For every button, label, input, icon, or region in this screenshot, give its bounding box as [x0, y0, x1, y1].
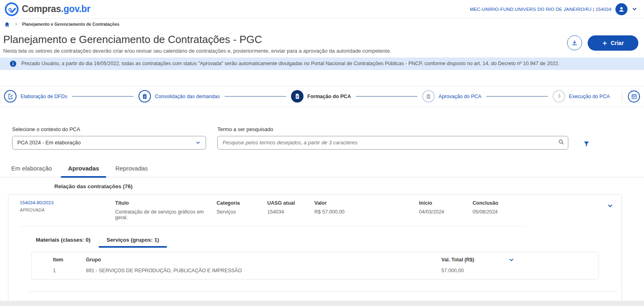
tab-em-elaboracao[interactable]: Em elaboração [3, 162, 60, 177]
calendar-icon [631, 93, 637, 99]
contract-card: 154034-80/2023 APROVADA Título Contrataç… [8, 194, 622, 306]
contract-count-label: Relação das contratações (76) [54, 183, 644, 189]
search-input[interactable] [217, 136, 568, 150]
pca-context-select[interactable]: PCA 2024 - Em elaboração [12, 136, 206, 150]
step-consolidacao-demandas[interactable]: Consolidação das demandas [138, 90, 220, 103]
stepper-connector [72, 96, 134, 97]
comprasgovbr-logo[interactable]: Compras.gov.br [4, 2, 90, 17]
items-subtabs: Materiais (classes: 0) Serviços (grupos:… [28, 234, 621, 248]
items-header-item: Item [50, 257, 86, 263]
user-avatar-icon[interactable] [615, 3, 627, 15]
contract-uasg-cell: UASG atual 154034 [267, 200, 314, 220]
breadcrumb-current: Planejamento e Gerenciamento de Contrata… [22, 22, 120, 27]
item-val-total: 57.000,00 [429, 268, 506, 273]
step-elaboracao-dfds[interactable]: Elaboração de DFDs [4, 90, 67, 103]
home-icon[interactable] [4, 21, 10, 27]
uasg-label: UASG atual [267, 200, 314, 206]
calendar-button[interactable] [628, 90, 640, 103]
info-alert-text: Prezado Usuário, a partir do dia 16/05/2… [21, 61, 559, 66]
file-icon [291, 90, 303, 103]
contract-summary-row: 154034-80/2023 APROVADA Título Contrataç… [8, 195, 621, 225]
conclusao-label: Conclusão [473, 200, 599, 206]
stepper-connector [356, 96, 417, 97]
subtab-servicos[interactable]: Serviços (grupos: 1) [99, 234, 167, 248]
page-subtitle: Nesta tela os setores de contratações de… [3, 48, 391, 54]
item-number: 1 [50, 268, 86, 273]
pca-stepper: Elaboração de DFDs Consolidação das dema… [0, 86, 644, 107]
categoria-value: Serviços [217, 209, 267, 215]
subtab-materiais[interactable]: Materiais (classes: 0) [28, 234, 99, 248]
contract-titulo-cell: Título Contratação de de serviços gráfic… [115, 200, 217, 220]
stepper-connector [225, 96, 286, 97]
items-collapse-chevron-down-icon[interactable] [506, 257, 514, 263]
items-table: Item Grupo Val. Total (R$) 1 891 - SERVI… [31, 252, 599, 279]
stepper-connector [486, 96, 548, 97]
filter-button[interactable] [583, 140, 590, 148]
titulo-label: Título [115, 200, 217, 206]
valor-label: Valor [314, 200, 419, 206]
items-header-valtotal: Val. Total (R$) [429, 257, 506, 263]
items-header-grupo: Grupo [86, 257, 429, 263]
search-icon [558, 139, 564, 145]
contract-valor-cell: Valor R$ 57.000,00 [314, 200, 419, 220]
contract-id-link[interactable]: 154034-80/2023 [20, 200, 115, 205]
info-icon [10, 60, 17, 67]
contract-inicio-cell: Início 04/03/2024 [419, 200, 473, 220]
stepper-divider [622, 91, 622, 102]
page-title: Planejamento e Gerenciamento de Contrata… [3, 34, 391, 46]
contract-id-cell: 154034-80/2023 APROVADA [20, 200, 115, 220]
step-execucao-pca[interactable]: Execução do PCA [553, 90, 610, 103]
tab-aprovadas[interactable]: Aprovadas [60, 162, 107, 177]
contract-categoria-cell: Categoria Serviços [217, 200, 267, 220]
uasg-value: 154034 [267, 209, 314, 215]
contract-divider [20, 226, 525, 226]
user-organization: MEC-UNIRIO-FUND.UNIVERS DO RIO DE JANEIR… [470, 7, 611, 12]
chevron-down-icon [195, 140, 201, 146]
item-grupo: 891 - SERVIÇOS DE REPRODUÇÃO, PUBLICAÇÃO… [86, 268, 429, 273]
comprasgovbr-logo-icon [4, 2, 19, 17]
followups-divider [28, 292, 617, 292]
file-signature-icon [4, 90, 17, 103]
contract-conclusao-cell: Conclusão 05/08/2024 [473, 200, 599, 220]
clipboard-icon [138, 90, 151, 103]
search-label: Termo a ser pesquisado [217, 126, 568, 132]
contract-collapse-chevron-up-icon[interactable] [599, 200, 621, 220]
pca-context-selected-value: PCA 2024 - Em elaboração [17, 140, 81, 146]
app-header: Compras.gov.br MEC-UNIRIO-FUND.UNIVERS D… [0, 0, 644, 18]
clipboard-check-icon [422, 90, 435, 103]
plus-icon [602, 41, 607, 46]
logo-wordmark: Compras.gov.br [22, 4, 90, 14]
breadcrumb-separator-icon [14, 22, 18, 26]
context-select-label: Selecione o contexto do PCA [12, 126, 206, 132]
status-tabs: Em elaboração Aprovadas Reprovadas [0, 162, 644, 177]
categoria-label: Categoria [217, 200, 267, 206]
filters-section: Selecione o contexto do PCA PCA 2024 - E… [0, 107, 644, 150]
title-bar: Planejamento e Gerenciamento de Contrata… [0, 30, 644, 54]
conclusao-value: 05/08/2024 [473, 209, 599, 215]
download-icon [571, 39, 578, 46]
items-table-header: Item Grupo Val. Total (R$) [32, 257, 599, 263]
create-button[interactable]: Criar [588, 35, 638, 51]
contract-status-badge: APROVADA [20, 207, 115, 212]
tab-reprovadas[interactable]: Reprovadas [107, 162, 156, 177]
info-alert: Prezado Usuário, a partir do dia 16/05/2… [0, 58, 644, 70]
search-button[interactable] [558, 139, 564, 145]
user-menu-chevron-down-icon[interactable] [632, 6, 638, 12]
inicio-label: Início [419, 200, 473, 206]
items-table-row: 1 891 - SERVIÇOS DE REPRODUÇÃO, PUBLICAÇ… [32, 268, 599, 273]
inicio-value: 04/03/2024 [419, 209, 473, 215]
valor-value: R$ 57.000,00 [314, 209, 419, 215]
titulo-value: Contratação de de serviços gráficos em g… [115, 209, 217, 220]
breadcrumb: Planejamento e Gerenciamento de Contrata… [0, 18, 644, 30]
funnel-icon [583, 140, 590, 148]
step-aprovacao-pca[interactable]: Aprovação do PCA [422, 90, 481, 103]
download-button[interactable] [567, 35, 582, 50]
runner-icon [553, 90, 565, 103]
step-formacao-pca[interactable]: Formação do PCA [291, 90, 351, 103]
page-bottom-strip [0, 301, 644, 306]
